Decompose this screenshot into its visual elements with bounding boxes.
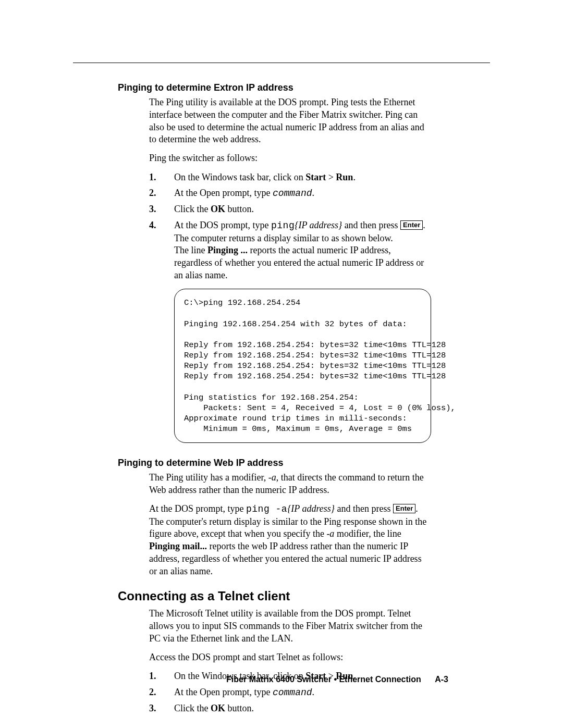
heading-section-3: Connecting as a Telnet client (118, 589, 431, 603)
ping-arg: {IP address} (295, 220, 342, 230)
step-number: 2. (149, 686, 156, 698)
step-text: At the Open prompt, type (174, 188, 273, 198)
ping-output-box: C:\>ping 192.168.254.254 Pinging 192.168… (174, 289, 431, 443)
s1-step-3: 3. Click the OK button. (149, 203, 431, 215)
step-number: 4. (149, 219, 156, 231)
s2-p1: The Ping utility has a modifier, -a, tha… (149, 472, 431, 497)
page-number: A-3 (435, 675, 448, 684)
modifier-a: -a (268, 472, 276, 483)
enter-key-icon: Enter (393, 504, 415, 513)
period: . (312, 188, 315, 198)
ui-ok: OK (211, 703, 225, 713)
step-text-tail: button. (225, 204, 254, 214)
enter-key-icon: Enter (400, 220, 423, 230)
s2-p1a: The Ping utility has a modifier, (149, 472, 268, 483)
sep: > (326, 172, 336, 182)
heading-section-2: Pinging to determine Web IP address (118, 458, 431, 468)
page-content: Pinging to determine Extron IP address T… (118, 82, 431, 718)
ping-command: ping (271, 220, 295, 231)
s1-step-2: 2. At the Open prompt, type command. (149, 187, 431, 200)
ping-a-command: ping -a (246, 504, 287, 514)
s3-p2: Access the DOS prompt and start Telnet a… (149, 651, 431, 664)
ping-a-arg: {IP address} (287, 503, 335, 514)
ui-ok: OK (211, 204, 225, 214)
command-literal: command (273, 188, 312, 199)
s1-step-4: 4. At the DOS prompt, type ping{IP addre… (149, 219, 431, 282)
step-number: 1. (149, 171, 156, 183)
page-footer: Fiber Matrix 6400 Switcher • Ethernet Co… (226, 675, 448, 684)
s1-p2: Ping the switcher as follows: (149, 152, 431, 165)
footer-title: Fiber Matrix 6400 Switcher • Ethernet Co… (226, 675, 421, 684)
s1-step-4-sub: The line Pinging ... reports the actual … (174, 244, 431, 281)
step-text: At the Open prompt, type (174, 687, 273, 697)
ui-run: Run (336, 172, 353, 182)
s3-p1: The Microsoft Telnet utility is availabl… (149, 608, 431, 645)
ui-start: Start (305, 172, 326, 182)
pinging-mail-label: Pinging mail... (149, 541, 207, 551)
step-number: 3. (149, 203, 156, 215)
step-number: 3. (149, 702, 156, 714)
step-text-tail: button. (225, 703, 254, 713)
step-text-mid: and then press (342, 220, 400, 230)
sub-a: The line (174, 245, 207, 255)
s1-step-1: 1. On the Windows task bar, click on Sta… (149, 171, 431, 183)
s3-step-3: 3. Click the OK button. (149, 702, 431, 714)
step-text: Click the (174, 204, 211, 214)
step-number: 1. (149, 670, 156, 682)
s1-p1: The Ping utility is available at the DOS… (149, 96, 431, 146)
s1-steps: 1. On the Windows task bar, click on Sta… (149, 171, 431, 282)
command-literal: command (273, 687, 312, 698)
step-text: Click the (174, 703, 211, 713)
period: . (312, 687, 315, 697)
step-number: 2. (149, 187, 156, 199)
s2-p2-e: modifier, the line (334, 528, 401, 539)
step-text: At the DOS prompt, type (174, 220, 271, 230)
period: . (353, 172, 356, 182)
s2-p2: At the DOS prompt, type ping -a{IP addre… (149, 503, 431, 578)
s3-step-2: 2. At the Open prompt, type command. (149, 686, 431, 699)
modifier-a-inline: -a (326, 528, 334, 539)
s2-p2-a: At the DOS prompt, type (149, 503, 246, 514)
step-text: On the Windows task bar, click on (174, 172, 305, 182)
top-rule (73, 63, 490, 63)
heading-section-1: Pinging to determine Extron IP address (118, 82, 431, 93)
s2-p2-b: and then press (335, 503, 393, 514)
pinging-label: Pinging ... (207, 245, 248, 255)
